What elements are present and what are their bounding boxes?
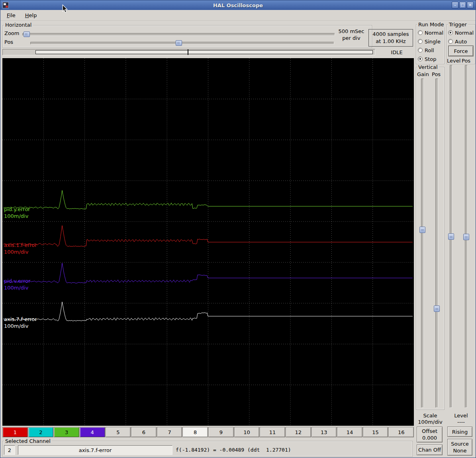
vpos-slider-track[interactable]: [435, 78, 438, 408]
radio-label: Normal: [425, 30, 443, 36]
channel-button-4[interactable]: 4: [80, 427, 105, 437]
channel-button-3[interactable]: 3: [54, 427, 79, 437]
radio-icon: [418, 30, 423, 35]
menu-item-help[interactable]: Help: [24, 12, 39, 19]
close-button[interactable]: ✕: [467, 2, 474, 8]
sample-rate-box[interactable]: 4000 samples at 1.00 KHz: [368, 29, 413, 47]
radio-icon: [418, 48, 423, 53]
radio-icon: [418, 57, 423, 61]
gain-slider-handle[interactable]: [419, 227, 425, 233]
signal-readout: f(-1.84192) = -0.00489 (ddt 1.27701): [176, 447, 291, 453]
trigger-option-normal[interactable]: Normal: [448, 28, 474, 37]
channel-button-15[interactable]: 15: [363, 427, 388, 437]
vpos-slider-handle[interactable]: [434, 305, 440, 312]
source-button-line1: Source: [451, 440, 469, 447]
force-button[interactable]: Force: [449, 46, 473, 56]
trigger-level-value: ----: [447, 419, 476, 425]
hpos-slider-track[interactable]: [30, 42, 334, 45]
channel-button-11[interactable]: 11: [260, 427, 285, 437]
sweep-rate-line1: 500 mSec: [337, 28, 366, 34]
vertical-frame-label: Vertical: [417, 64, 439, 70]
title-bar[interactable]: HAL Oscilloscope – □ ✕: [0, 0, 476, 10]
radio-icon: [448, 30, 453, 35]
sample-rate-line1: 4000 samples: [369, 31, 413, 38]
trigger-level-label: Level: [447, 58, 460, 64]
trigger-pos-handle[interactable]: [463, 234, 469, 240]
gain-slider-track[interactable]: [421, 78, 424, 408]
scale-value: 100m/div: [416, 419, 445, 425]
run-mode-option-normal[interactable]: Normal: [418, 28, 443, 37]
source-button-line2: None: [453, 447, 467, 454]
scope-canvas: [2, 58, 414, 426]
window-controls: – □ ✕: [452, 2, 474, 8]
halscope-window: HAL Oscilloscope – □ ✕ FileHelp Horizont…: [0, 0, 476, 458]
selected-channel-frame-label: Selected Channel: [4, 438, 52, 444]
channel-button-13[interactable]: 13: [311, 427, 337, 437]
trigger-options: NormalAuto: [448, 28, 474, 46]
trigger-option-auto[interactable]: Auto: [448, 37, 474, 46]
menu-bar: FileHelp: [0, 10, 476, 21]
run-mode-option-roll[interactable]: Roll: [418, 46, 443, 55]
scale-title: Scale: [416, 413, 445, 419]
gain-label: Gain: [417, 71, 429, 77]
selected-channel-name-field[interactable]: axis.7.f-error: [18, 445, 172, 455]
channel-button-5[interactable]: 5: [106, 427, 131, 437]
channel-buttons: 12345678910111213141516: [2, 427, 414, 437]
horizontal-frame-label: Horizontal: [4, 22, 33, 28]
channel-button-14[interactable]: 14: [337, 427, 362, 437]
maximize-button[interactable]: □: [459, 2, 466, 8]
sweep-rate-line2: per div: [337, 35, 366, 41]
radio-label: Auto: [455, 39, 467, 45]
radio-label: Normal: [455, 30, 474, 36]
channel-button-7[interactable]: 7: [157, 427, 182, 437]
scope-display: pid.y.error100m/divaxis.1.f-error100m/di…: [2, 58, 414, 426]
maximize-icon: □: [461, 2, 464, 8]
record-window-indicator: [35, 50, 373, 54]
hpos-slider-handle[interactable]: [176, 40, 182, 46]
window-title: HAL Oscilloscope: [0, 2, 476, 8]
offset-button[interactable]: Offset 0.000: [417, 427, 443, 442]
offset-button-line2: 0.000: [422, 435, 437, 441]
run-mode-options: NormalSingleRollStop: [418, 28, 443, 63]
trigger-frame-label: Trigger: [448, 22, 468, 27]
hpos-label: Pos: [4, 39, 13, 45]
trigger-level-title: Level: [447, 413, 476, 419]
channel-button-9[interactable]: 9: [208, 427, 234, 437]
zoom-slider-handle[interactable]: [24, 31, 30, 37]
menu-item-file[interactable]: File: [5, 12, 17, 19]
sample-rate-line2: at 1.00 KHz: [369, 38, 413, 45]
zoom-slider-track[interactable]: [22, 33, 335, 36]
run-mode-option-stop[interactable]: Stop: [418, 55, 443, 63]
run-mode-option-single[interactable]: Single: [418, 37, 443, 46]
radio-label: Single: [425, 39, 441, 45]
vertical-frame: [416, 67, 445, 410]
selected-channel-number: 2: [4, 445, 15, 455]
chan-off-button[interactable]: Chan Off: [417, 444, 443, 455]
offset-button-line1: Offset: [422, 428, 437, 435]
radio-label: Stop: [425, 56, 437, 62]
channel-button-10[interactable]: 10: [234, 427, 260, 437]
trigger-position-marker: [188, 49, 188, 55]
minimize-icon: –: [454, 2, 456, 8]
channel-button-12[interactable]: 12: [286, 427, 311, 437]
channel-button-16[interactable]: 16: [388, 427, 414, 437]
close-icon: ✕: [468, 2, 472, 8]
radio-icon: [448, 39, 453, 44]
radio-label: Roll: [425, 47, 434, 53]
source-button[interactable]: Source None: [447, 439, 472, 456]
run-mode-frame-label: Run Mode: [417, 22, 445, 27]
channel-button-6[interactable]: 6: [131, 427, 157, 437]
trigger-pos-label: Pos: [462, 58, 470, 64]
rising-button[interactable]: Rising: [447, 427, 472, 437]
zoom-label: Zoom: [4, 30, 19, 36]
trigger-level-handle[interactable]: [448, 233, 454, 240]
vpos-label: Pos: [432, 71, 441, 77]
minimize-button[interactable]: –: [452, 2, 458, 8]
channel-button-2[interactable]: 2: [28, 427, 54, 437]
channel-button-8[interactable]: 8: [182, 427, 208, 437]
channel-button-1[interactable]: 1: [2, 427, 28, 437]
radio-icon: [418, 39, 423, 44]
status-text: IDLE: [387, 49, 407, 55]
